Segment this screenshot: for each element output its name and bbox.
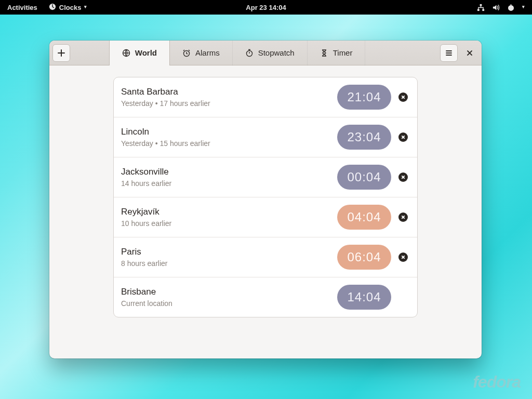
globe-icon [122,49,130,57]
clock-city: Paris [121,247,330,257]
svg-rect-3 [482,9,484,11]
clock-time-pill: 21:04 [337,85,391,110]
hourglass-icon [320,49,328,57]
clock-row[interactable]: Santa Barbara Yesterday • 17 hours earli… [114,77,417,117]
clock-row[interactable]: Jacksonville 14 hours earlier 00:04 [114,157,417,197]
clock-info: Lincoln Yesterday • 15 hours earlier [121,127,330,148]
tab-stopwatch-label: Stopwatch [258,48,295,57]
clock-subtitle: Yesterday • 15 hours earlier [121,139,330,148]
hamburger-icon [445,49,453,57]
tab-world-label: World [135,48,157,57]
delete-clock-button[interactable] [398,252,408,262]
tab-world[interactable]: World [109,41,170,65]
delete-clock-button[interactable] [398,172,408,182]
tab-timer-label: Timer [333,48,353,57]
topbar-datetime[interactable]: Apr 23 14:04 [246,4,286,11]
clock-subtitle: Yesterday • 17 hours earlier [121,99,330,108]
svg-rect-1 [480,4,482,6]
clock-info: Jacksonville 14 hours earlier [121,167,330,188]
clock-row[interactable]: Paris 8 hours earlier 06:04 [114,237,417,277]
chevron-down-icon: ▾ [84,4,87,9]
clocks-window: World Alarms Stopwatch Timer [49,41,482,358]
clock-subtitle: 10 hours earlier [121,219,330,228]
stopwatch-icon [245,49,254,57]
world-clock-list: Santa Barbara Yesterday • 17 hours earli… [113,77,418,317]
clock-city: Jacksonville [121,167,330,177]
clock-info: Brisbane Current location [121,287,330,308]
tab-timer[interactable]: Timer [308,41,366,65]
hamburger-menu-button[interactable] [440,44,458,62]
alarm-icon [182,49,191,57]
headerbar: World Alarms Stopwatch Timer [49,41,482,65]
clock-time-pill: 06:04 [337,245,391,270]
clock-city: Lincoln [121,127,330,137]
clock-city: Reykjavík [121,207,330,217]
close-window-button[interactable] [461,44,478,62]
fedora-logo: fedora [461,373,521,392]
delete-clock-button[interactable] [398,212,408,222]
power-icon[interactable] [507,4,515,11]
svg-rect-2 [477,9,480,11]
tab-alarms-label: Alarms [195,48,220,57]
clock-row[interactable]: Lincoln Yesterday • 15 hours earlier 23:… [114,117,417,157]
tab-alarms[interactable]: Alarms [170,41,233,65]
chevron-down-icon: ▾ [522,4,525,9]
activities-button[interactable]: Activities [7,4,37,11]
network-icon[interactable] [477,4,485,11]
clock-row[interactable]: Brisbane Current location 14:04 [114,277,417,317]
app-menu-label: Clocks [59,4,82,11]
clock-icon [49,3,56,12]
app-menu[interactable]: Clocks ▾ [49,3,87,12]
add-clock-button[interactable] [52,44,70,62]
delete-clock-button[interactable] [398,132,408,142]
clock-info: Reykjavík 10 hours earlier [121,207,330,228]
clock-row[interactable]: Reykjavík 10 hours earlier 04:04 [114,197,417,237]
clock-info: Paris 8 hours earlier [121,247,330,268]
tab-stopwatch[interactable]: Stopwatch [233,41,308,65]
clock-info: Santa Barbara Yesterday • 17 hours earli… [121,87,330,108]
delete-placeholder [398,292,408,302]
clock-time-pill: 14:04 [337,285,391,310]
clock-time-pill: 00:04 [337,165,391,190]
plus-icon [57,49,65,57]
clock-city: Santa Barbara [121,87,330,97]
clock-subtitle: 14 hours earlier [121,179,330,188]
delete-clock-button[interactable] [398,92,408,102]
gnome-top-bar: Activities Clocks ▾ Apr 23 14:04 ▾ [0,0,532,15]
clock-time-pill: 23:04 [337,125,391,150]
volume-icon[interactable] [492,4,500,11]
clock-subtitle: 8 hours earlier [121,259,330,268]
close-icon [466,49,474,57]
content-area: Santa Barbara Yesterday • 17 hours earli… [49,65,482,358]
clock-time-pill: 04:04 [337,205,391,230]
clock-city: Brisbane [121,287,330,297]
clock-subtitle: Current location [121,299,330,308]
view-switcher: World Alarms Stopwatch Timer [109,41,366,65]
